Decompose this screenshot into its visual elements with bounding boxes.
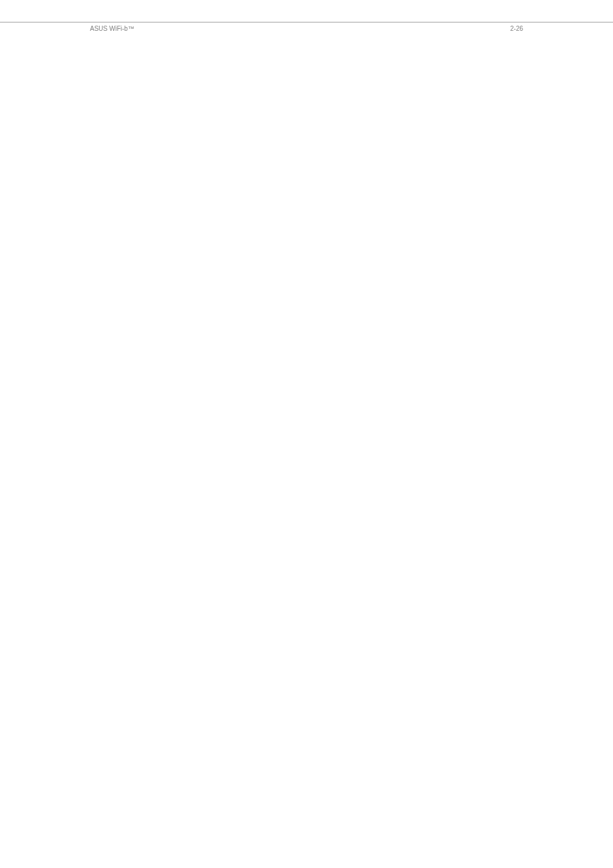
footer-left: ASUS WiFi-b™ <box>90 25 134 32</box>
footer-right: 2-26 <box>510 25 523 32</box>
